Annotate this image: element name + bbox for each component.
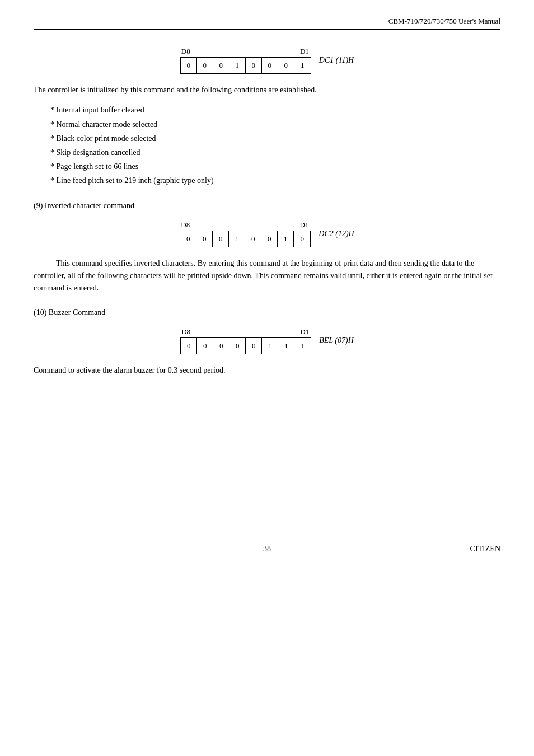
dc1-bit-7: 1 xyxy=(294,58,311,73)
dc1-bit-0: 0 xyxy=(181,58,197,73)
bel-bit-4: 0 xyxy=(246,338,262,354)
bel-bit-6: 1 xyxy=(278,338,294,354)
dc2-table-container: D8 D1 0 0 0 1 0 0 1 0 xyxy=(180,220,311,247)
dc1-table-container: D8 D1 0 0 0 1 0 0 0 1 xyxy=(180,47,311,74)
bel-table-container: D8 D1 0 0 0 0 0 1 1 1 xyxy=(180,327,311,354)
brand-name: CITIZEN xyxy=(470,544,500,553)
dc1-bit-5: 0 xyxy=(262,58,278,73)
bel-bit-labels: D8 D1 xyxy=(180,327,310,336)
bel-bit-5: 1 xyxy=(262,338,278,354)
dc1-table-wrapper: D8 D1 0 0 0 1 0 0 0 1 DC1 (11)H xyxy=(34,47,500,74)
bullet-item-3: Skip designation cancelled xyxy=(50,145,500,159)
dc2-bit-6: 1 xyxy=(278,231,294,247)
bullet-item-5: Line feed pitch set to 219 inch (graphic… xyxy=(50,173,500,187)
conditions-list: Internal input buffer cleared Normal cha… xyxy=(50,103,500,187)
dc1-command-label: DC1 (11)H xyxy=(319,56,354,65)
dc1-bit-6: 0 xyxy=(278,58,294,73)
dc2-bit-7: 0 xyxy=(294,231,310,247)
dc1-bit-4: 0 xyxy=(246,58,262,73)
page-header: CBM-710/720/730/750 User's Manual xyxy=(34,17,500,30)
bullet-item-2: Black color print mode selected xyxy=(50,132,500,145)
bel-bit-3: 0 xyxy=(229,338,246,354)
dc2-bit-cells: 0 0 0 1 0 0 1 0 xyxy=(180,231,311,247)
dc1-bit-cells: 0 0 0 1 0 0 0 1 xyxy=(180,57,311,74)
dc2-bit-5: 0 xyxy=(261,231,278,247)
bel-bit-2: 0 xyxy=(213,338,229,354)
section10-heading: (10) Buzzer Command xyxy=(34,308,500,317)
section9-heading: (9) Inverted character command xyxy=(34,201,500,210)
dc2-bit-labels: D8 D1 xyxy=(180,220,310,229)
bullet-item-4: Page length set to 66 lines xyxy=(50,159,500,173)
intro-paragraph: The controller is initialized by this co… xyxy=(34,84,500,96)
bel-command-label: BEL (07)H xyxy=(319,336,354,345)
section9-paragraph: This command specifies inverted characte… xyxy=(34,257,500,295)
dc1-d1-label: D1 xyxy=(300,47,309,56)
bullet-item-1: Normal character mode selected xyxy=(50,118,500,132)
dc2-command-label: DC2 (12)H xyxy=(318,229,354,238)
bel-bit-0: 0 xyxy=(181,338,197,354)
bullet-item-0: Internal input buffer cleared xyxy=(50,103,500,117)
manual-title: CBM-710/720/730/750 User's Manual xyxy=(388,17,500,26)
page-number: 38 xyxy=(34,544,500,553)
section10-paragraph: Command to activate the alarm buzzer for… xyxy=(34,364,500,377)
dc2-bit-4: 0 xyxy=(245,231,261,247)
dc2-d8-label: D8 xyxy=(181,220,190,229)
dc1-bit-3: 1 xyxy=(229,58,246,73)
dc2-bit-2: 0 xyxy=(213,231,229,247)
dc1-bit-labels: D8 D1 xyxy=(180,47,310,56)
dc2-d1-label: D1 xyxy=(299,220,308,229)
dc1-d8-label: D8 xyxy=(181,47,190,56)
bel-bit-cells: 0 0 0 0 0 1 1 1 xyxy=(180,337,311,354)
bel-d1-label: D1 xyxy=(300,327,309,336)
bel-bit-7: 1 xyxy=(294,338,311,354)
page-footer: 38 CITIZEN xyxy=(34,544,500,553)
dc1-bit-2: 0 xyxy=(213,58,229,73)
bel-d8-label: D8 xyxy=(181,327,190,336)
dc2-bit-1: 0 xyxy=(196,231,213,247)
bel-bit-1: 0 xyxy=(197,338,213,354)
dc2-table-wrapper: D8 D1 0 0 0 1 0 0 1 0 DC2 (12)H xyxy=(34,220,500,247)
bel-table-wrapper: D8 D1 0 0 0 0 0 1 1 1 BEL (07)H xyxy=(34,327,500,354)
dc2-bit-0: 0 xyxy=(180,231,196,247)
dc2-bit-3: 1 xyxy=(229,231,245,247)
dc1-bit-1: 0 xyxy=(197,58,213,73)
